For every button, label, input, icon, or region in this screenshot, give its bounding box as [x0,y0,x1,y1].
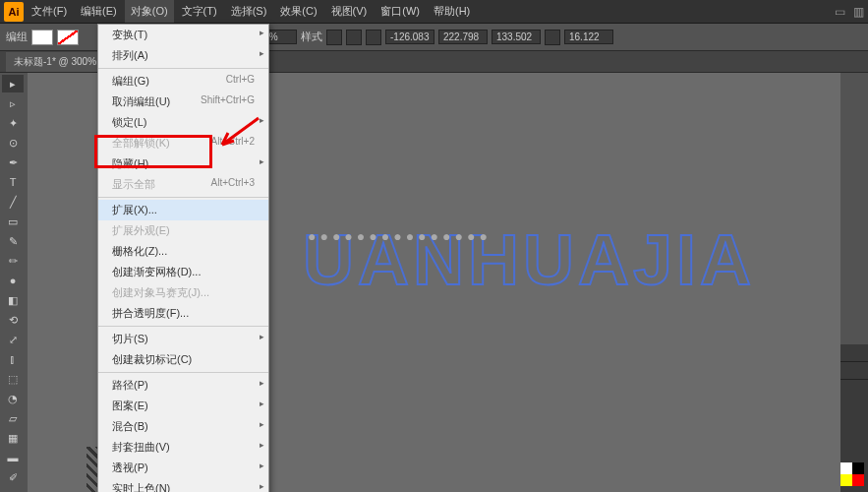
swatch-red[interactable] [852,474,864,486]
panel-tab-1[interactable] [840,344,868,362]
wand-tool[interactable]: ✦ [2,114,24,132]
width-tool[interactable]: ⫿ [2,350,24,368]
menu-item-1[interactable]: 排列(A) [98,45,268,66]
align-icon-1[interactable] [326,30,342,45]
menu-item-label: 透视(P) [112,461,148,475]
menu-file[interactable]: 文件(F) [26,0,73,23]
rotate-tool[interactable]: ⟲ [2,311,24,329]
menu-item-21[interactable]: 实时上色(N) [98,478,268,492]
menu-item-label: 排列(A) [112,48,148,63]
menu-effect[interactable]: 效果(C) [274,0,322,23]
eraser-tool[interactable]: ◧ [2,291,24,309]
fill-swatch[interactable] [31,30,53,45]
menu-select[interactable]: 选择(S) [225,0,273,23]
menu-item-label: 切片(S) [112,332,148,346]
opt-style[interactable]: 样式 [301,30,322,44]
blob-tool[interactable]: ● [2,272,24,289]
menu-item-label: 图案(E) [112,399,148,413]
swatch-white[interactable] [840,462,852,474]
blend-tool[interactable]: ◉ [2,488,24,492]
stroke-swatch[interactable] [57,30,79,45]
menu-item-label: 取消编组(U) [112,94,170,109]
menu-item-shortcut: Alt+Ctrl+2 [211,136,255,151]
align-icon-3[interactable] [366,30,381,45]
selection-tool[interactable]: ▸ [2,75,24,92]
menu-item-label: 封套扭曲(V) [112,440,170,455]
top-icon-2[interactable]: ▥ [853,5,864,19]
menu-item-11[interactable]: 创建渐变网格(D)... [98,262,268,282]
scale-tool[interactable]: ⤢ [2,331,24,348]
menu-item-label: 锁定(L) [112,115,146,130]
menu-help[interactable]: 帮助(H) [428,0,476,23]
menu-item-label: 栅格化(Z)... [112,244,167,259]
swatch-yellow[interactable] [840,474,852,486]
link-icon[interactable] [545,30,560,45]
type-tool[interactable]: T [2,173,24,191]
menu-item-shortcut: Alt+Ctrl+3 [211,177,255,192]
gradient-tool[interactable]: ▬ [2,449,24,466]
artwork-letters: UANHUAJIA [303,219,755,300]
menu-view[interactable]: 视图(V) [325,0,374,23]
line-tool[interactable]: ╱ [2,193,24,211]
h-value[interactable]: 16.122 [564,30,613,44]
right-dock[interactable] [840,344,868,492]
y-value[interactable]: 222.798 [438,30,488,44]
rect-tool[interactable]: ▭ [2,213,24,230]
free-transform-tool[interactable]: ⬚ [2,370,24,388]
menu-item-10[interactable]: 栅格化(Z)... [98,241,268,262]
lasso-tool[interactable]: ⊙ [2,134,24,152]
pencil-tool[interactable]: ✏ [2,252,24,270]
mesh-tool[interactable]: ▦ [2,429,24,447]
perspective-tool[interactable]: ▱ [2,409,24,427]
menu-item-label: 创建对象马赛克(J)... [112,285,209,300]
menu-separator [98,372,268,373]
menu-item-20[interactable]: 透视(P) [98,458,268,478]
align-icon-2[interactable] [346,30,362,45]
menu-item-label: 全部解锁(K) [112,136,170,151]
menu-item-18[interactable]: 混合(B) [98,416,268,437]
shape-builder-tool[interactable]: ◔ [2,390,24,407]
x-value[interactable]: -126.083 [385,30,434,44]
menu-item-16[interactable]: 路径(P) [98,375,268,396]
app-logo: Ai [4,2,24,22]
menu-object[interactable]: 对象(O) [125,0,174,23]
pen-tool[interactable]: ✒ [2,154,24,171]
direct-select-tool[interactable]: ▹ [2,94,24,112]
menu-separator [98,326,268,327]
menu-item-14[interactable]: 切片(S) [98,329,268,349]
artwork-marquee-text: UANHUAJIA [303,211,860,309]
menu-item-label: 隐藏(H) [112,156,148,171]
object-menu-dropdown: 变换(T)排列(A)编组(G)Ctrl+G取消编组(U)Shift+Ctrl+G… [97,24,269,492]
menu-item-0[interactable]: 变换(T) [98,25,268,45]
color-swatches[interactable] [840,462,868,492]
menu-item-8[interactable]: 扩展(X)... [98,200,268,220]
menu-item-6[interactable]: 隐藏(H) [98,154,268,174]
menu-window[interactable]: 窗口(W) [375,0,426,23]
w-value[interactable]: 133.502 [492,30,541,44]
menu-item-label: 混合(B) [112,419,148,434]
menu-item-15[interactable]: 创建裁切标记(C) [98,349,268,370]
menu-item-13[interactable]: 拼合透明度(F)... [98,303,268,324]
doc-tab[interactable]: 未标题-1* @ 300% [6,52,104,72]
menu-item-19[interactable]: 封套扭曲(V) [98,437,268,458]
menu-item-shortcut: Shift+Ctrl+G [201,94,255,109]
brush-tool[interactable]: ✎ [2,232,24,250]
menu-item-4[interactable]: 锁定(L) [98,112,268,133]
menu-item-label: 路径(P) [112,378,148,393]
menu-type[interactable]: 文字(T) [176,0,223,23]
menu-item-17[interactable]: 图案(E) [98,396,268,416]
menu-item-label: 创建渐变网格(D)... [112,265,201,279]
top-icon-1[interactable]: ▭ [835,5,845,19]
menu-item-shortcut: Ctrl+G [226,74,255,89]
panel-tab-2[interactable] [840,362,868,380]
eyedropper-tool[interactable]: ✐ [2,468,24,486]
toolbox: ▸ ▹ ✦ ⊙ ✒ T ╱ ▭ ✎ ✏ ● ◧ ⟲ ⤢ ⫿ ⬚ ◔ ▱ ▦ ▬ … [0,73,28,492]
menu-item-5: 全部解锁(K)Alt+Ctrl+2 [98,133,268,154]
swatch-black[interactable] [852,462,864,474]
menu-edit[interactable]: 编辑(E) [75,0,123,23]
menu-item-2[interactable]: 编组(G)Ctrl+G [98,71,268,92]
menu-item-3[interactable]: 取消编组(U)Shift+Ctrl+G [98,92,268,112]
menu-item-label: 显示全部 [112,177,155,192]
menu-item-7: 显示全部Alt+Ctrl+3 [98,174,268,195]
menu-item-12: 创建对象马赛克(J)... [98,282,268,303]
